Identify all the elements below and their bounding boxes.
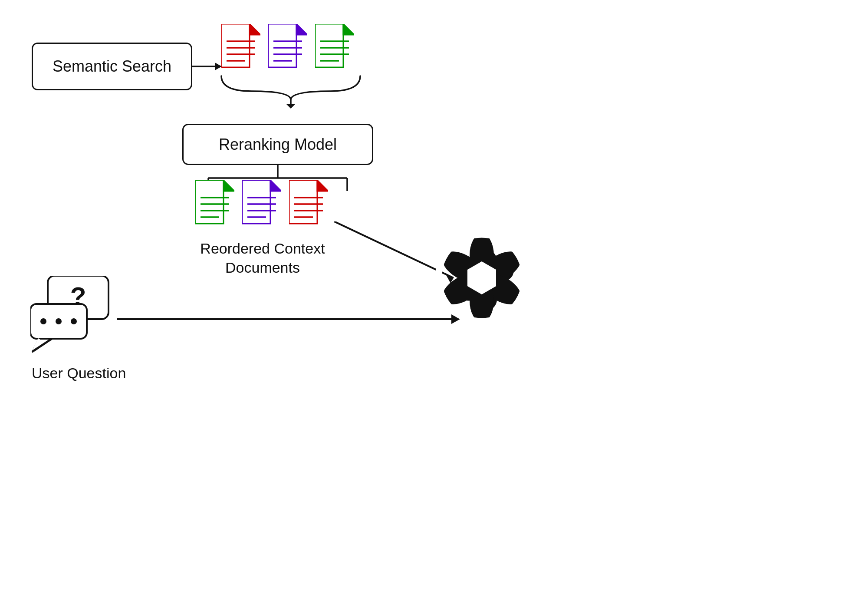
semantic-search-label: Semantic Search <box>53 57 171 76</box>
semantic-search-box: Semantic Search <box>32 43 192 90</box>
arrow-question-to-llm <box>117 308 469 334</box>
svg-marker-1 <box>215 63 222 70</box>
doc-icon-green-top <box>315 24 354 74</box>
doc-icon-purple-bottom <box>242 180 281 230</box>
reranking-model-label: Reranking Model <box>219 135 337 154</box>
svg-point-60 <box>71 318 77 324</box>
svg-marker-18 <box>343 24 354 35</box>
doc-icon-red-top <box>221 24 260 74</box>
svg-marker-45 <box>317 180 328 191</box>
svg-marker-11 <box>296 24 307 35</box>
svg-marker-4 <box>250 24 260 35</box>
doc-icon-purple-top <box>268 24 307 74</box>
svg-marker-31 <box>224 180 234 191</box>
doc-icon-green-bottom <box>195 180 234 230</box>
doc-icon-red-bottom <box>289 180 328 230</box>
svg-point-58 <box>40 318 46 324</box>
curly-brace <box>217 74 365 109</box>
svg-marker-38 <box>270 180 281 191</box>
openai-logo-actual <box>430 226 534 330</box>
svg-point-59 <box>56 318 62 324</box>
svg-point-73 <box>469 265 495 291</box>
svg-marker-24 <box>286 104 295 109</box>
diagram: Semantic Search <box>0 0 868 614</box>
user-question-icon: ? <box>30 276 117 356</box>
reranking-model-box: Reranking Model <box>182 124 373 165</box>
reordered-docs-label: Reordered Context Documents <box>195 239 330 277</box>
user-question-label: User Question <box>32 365 126 382</box>
